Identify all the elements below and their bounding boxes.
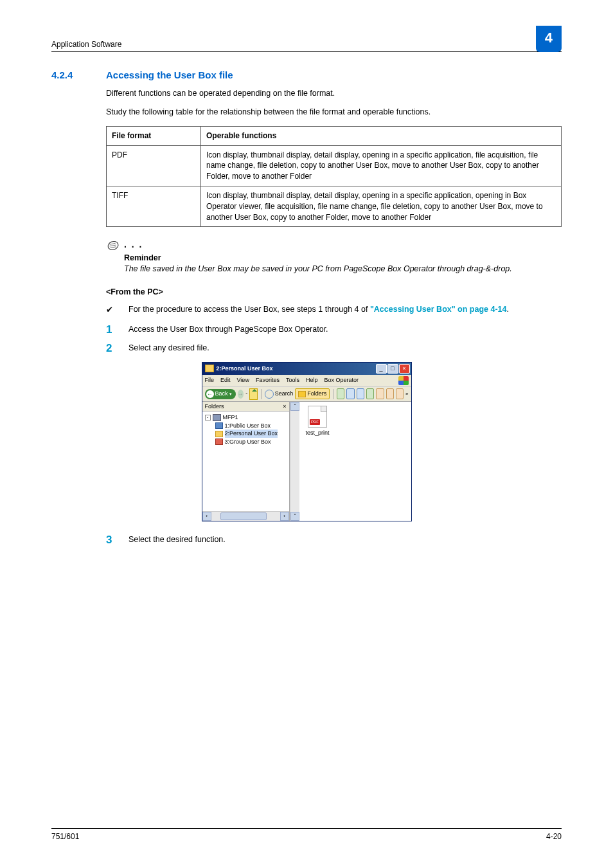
tree-root[interactable]: - MFP1 [205,413,287,422]
table-row: PDF Icon display, thumbnail display, det… [107,145,562,186]
tree-item-personal[interactable]: 2:Personal User Box [205,429,287,438]
file-item[interactable]: PDF test_print [306,406,330,437]
cell-functions: Icon display, thumbnail display, detail … [201,145,562,186]
step-text: Select any desired file. [129,343,209,354]
separator-dash: - [245,390,247,398]
note-dots: . . . [120,239,143,251]
bullet-item: ✔ For the procedure to access the User B… [106,304,562,316]
intro-para-2: Study the following table for the relati… [106,107,562,118]
toolbar-icon-4[interactable] [366,388,374,399]
windows-logo-icon [398,376,409,385]
file-name: test_print [306,429,330,437]
back-arrow-icon: ← [206,390,214,398]
toolbar-icon-3[interactable] [357,388,364,399]
toolbar-overflow-icon[interactable]: » [405,390,408,397]
minimize-button[interactable]: _ [376,364,387,374]
printer-icon [213,414,221,421]
menu-file[interactable]: File [205,376,215,385]
scroll-right-icon[interactable]: › [280,512,289,521]
scroll-down-icon[interactable]: ˅ [290,512,299,521]
toolbar-icon-7[interactable] [396,388,404,399]
close-pane-icon[interactable]: × [283,402,286,411]
heading-number: 4.2.4 [51,68,106,82]
format-functions-table: File format Operable functions PDF Icon … [106,126,562,228]
folders-pane-label: Folders [205,402,224,411]
check-icon: ✔ [106,304,129,316]
menu-tools[interactable]: Tools [286,376,299,385]
collapse-icon[interactable]: - [205,415,211,420]
table-header-format: File format [107,126,201,145]
step-3: 3 Select the desired function. [106,534,562,546]
reminder-label: Reminder [124,253,562,264]
toolbar-divider [261,389,262,399]
reminder-text: The file saved in the User Box may be sa… [124,264,562,275]
folders-button[interactable]: Folders [295,388,330,399]
section-name: Application Software [51,39,121,50]
bullet-text: For the procedure to access the User Box… [129,304,509,316]
step-2: 2 Select any desired file. [106,343,562,354]
intro-para-1: Different functions can be operated depe… [106,88,562,100]
toolbar-divider [333,389,333,399]
table-header-functions: Operable functions [201,126,562,145]
v-scrollbar-left[interactable]: ˄ ˅ [290,402,299,521]
reminder-block: . . . Reminder The file saved in the Use… [106,239,562,275]
box-icon [215,431,223,437]
step-1: 1 Access the User Box through PageScope … [106,324,562,336]
content-pane: PDF test_print [299,402,411,521]
page-header: Application Software 4 [51,26,562,52]
menu-help[interactable]: Help [306,376,318,385]
up-button[interactable] [249,388,258,400]
tree-item-public[interactable]: 1:Public User Box [205,422,287,430]
note-icon [106,240,120,251]
footer-right: 4-20 [546,831,562,842]
h-scrollbar[interactable]: ‹ › [202,511,289,521]
folder-icon [205,365,214,372]
folders-icon [298,391,306,397]
page-footer: 751/601 4-20 [51,828,562,842]
folder-tree: - MFP1 1:Public User Box 2:Personal User… [202,411,289,511]
explorer-window: 2:Personal User Box _ □ × File Edit View… [202,362,412,521]
cell-format: TIFF [107,186,201,226]
toolbar: ← Back ▾ → - Search Folders [202,387,411,402]
box-icon [215,439,223,445]
step-text: Select the desired function. [129,534,226,546]
step-number: 1 [106,324,129,336]
chapter-number-badge: 4 [536,26,562,52]
folders-pane: Folders × - MFP1 1:Public User Box [202,402,290,521]
tree-item-group[interactable]: 3:Group User Box [205,438,287,446]
menu-box-operator[interactable]: Box Operator [324,376,359,385]
svg-line-2 [110,245,116,246]
step-number: 3 [106,534,129,546]
chevron-down-icon: ▾ [229,391,232,397]
search-icon [265,390,274,399]
toolbar-icon-1[interactable] [337,388,344,399]
box-icon [215,422,223,429]
cross-ref-link[interactable]: "Accessing User Box" on page 4-14 [370,305,507,314]
menu-favorites[interactable]: Favorites [256,376,280,385]
scroll-up-icon[interactable]: ˄ [290,402,299,411]
forward-button[interactable]: → [238,390,244,399]
maximize-button[interactable]: □ [387,364,398,374]
scroll-left-icon[interactable]: ‹ [202,512,211,521]
toolbar-icon-6[interactable] [386,388,394,399]
scroll-thumb[interactable] [220,512,267,520]
cell-functions: Icon display, thumbnail display, detail … [201,186,562,226]
back-button[interactable]: ← Back ▾ [205,389,236,399]
section-heading: 4.2.4 Accessing the User Box file [51,68,562,82]
svg-line-3 [111,247,116,248]
pdf-file-icon: PDF [308,406,327,428]
toolbar-icon-5[interactable] [376,388,384,399]
from-pc-heading: <From the PC> [106,287,562,298]
menu-view[interactable]: View [237,376,249,385]
menu-bar: File Edit View Favorites Tools Help Box … [202,375,411,387]
heading-title: Accessing the User Box file [106,68,233,82]
table-row: TIFF Icon display, thumbnail display, de… [107,186,562,226]
search-button[interactable]: Search [265,390,294,399]
screenshot-container: 2:Personal User Box _ □ × File Edit View… [51,362,562,521]
menu-edit[interactable]: Edit [220,376,231,385]
footer-left: 751/601 [51,831,79,842]
window-titlebar: 2:Personal User Box _ □ × [202,363,411,375]
toolbar-icon-2[interactable] [346,388,354,399]
svg-line-1 [110,243,116,244]
close-button[interactable]: × [399,364,410,374]
